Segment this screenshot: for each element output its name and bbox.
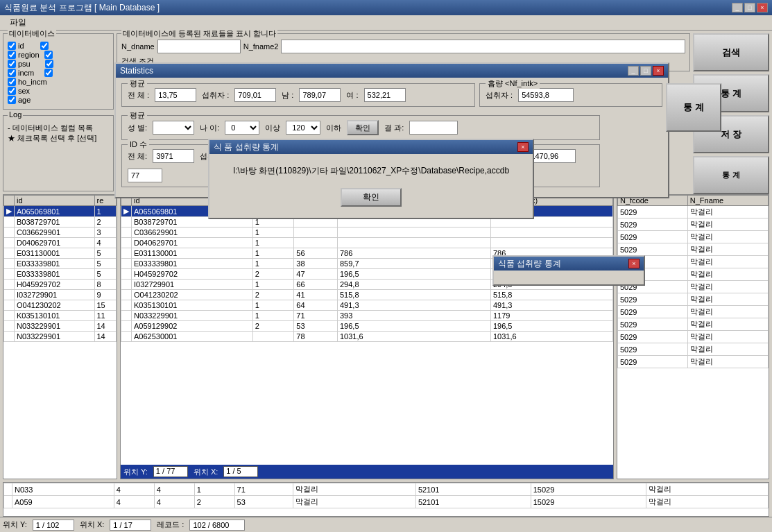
left-table-row[interactable]: O041230202 15 [4,300,117,311]
cb-age-check[interactable] [8,96,16,104]
stats-close-btn[interactable]: × [653,66,664,76]
food-stats-close-btn[interactable]: × [628,259,640,268]
right-table-row[interactable]: 5029 막걸리 [618,293,769,306]
id-consumer-value[interactable] [128,169,162,182]
re-cell: 14 [94,332,117,342]
stats2-button[interactable]: 통 계 [693,156,769,194]
right-table-row[interactable]: 5029 막걸리 [618,306,769,318]
confirm-btn[interactable]: 확인 [347,120,379,135]
age-to-select[interactable]: 120 110 100 [286,121,320,135]
right-table-row[interactable]: 5029 막걸리 [618,231,769,243]
sum-cell: 1179 [490,311,612,321]
id-count-title: ID 수 [128,139,149,150]
alert-path: I:\바탕 화면(110829)\기타 파일\20110627_XP수정\Dat… [221,165,522,177]
left-table-row[interactable]: K035130101 11 [4,311,117,321]
id-cell: D040629701 [15,238,95,248]
alert-ok-btn[interactable]: 확인 [341,188,402,207]
id-cell: N033 [12,483,114,496]
left-table-row[interactable]: E033339801 5 [4,269,117,280]
limit-value[interactable] [527,149,576,163]
main-table-row[interactable]: A062530001 78 1031,6 1031,6 [121,332,613,342]
right-grid[interactable]: N_fcode N_Fname 5029 막걸리 5029 막걸리 5029 막… [617,194,769,479]
left-table-row[interactable]: E031130001 5 [4,248,117,259]
bottom-grid[interactable]: N033 4 4 1 71 막걸리 52101 15029 막걸리 A059 4… [3,482,769,517]
name-cell: 막걸리 [687,268,768,281]
intake-row: 섭취자 : [486,88,656,102]
mean-male-value[interactable] [299,88,341,102]
left-table-row[interactable]: E033339801 5 [4,259,117,269]
avg-cell [338,228,491,238]
age-from-select[interactable]: 0 10 20 30 [225,121,259,135]
left-grid[interactable]: id re ▶ A065069801 1 B038729701 2 C03662… [3,194,117,479]
intake-consumer-value[interactable] [518,88,574,102]
left-table-row[interactable]: C036629901 3 [4,228,117,238]
main-table-row[interactable]: K035130101 1 64 491,3 491,3 [121,300,613,311]
left-table-row[interactable]: N033229901 14 [4,332,117,342]
search-button[interactable]: 검색 [693,33,769,71]
arrow-cell [4,300,15,311]
bottom-table-row[interactable]: N033 4 4 1 71 막걸리 52101 15029 막걸리 [4,483,769,496]
cb-psu-check[interactable] [8,60,16,68]
stats-max-btn[interactable]: □ [640,66,651,76]
main-grid-scroll[interactable]: id sex age Average(Nf_intk) Sum(Nf_intk)… [121,195,613,465]
sex-cell: 1 [252,311,294,321]
alert-title-bar: 식 품 섭취량 통계 × [209,140,533,154]
cb-region-check[interactable] [8,51,16,59]
right-table-row[interactable]: 5029 막걸리 [618,318,769,331]
stats-min-btn[interactable]: _ [628,66,639,76]
age-from-suffix: 이상 [265,123,280,133]
left-table-row[interactable]: I032729901 9 [4,290,117,300]
maximize-btn[interactable]: □ [744,3,755,12]
ndname-input[interactable] [157,40,241,53]
minimize-btn[interactable]: _ [732,3,743,12]
mean-female-value[interactable] [364,88,406,102]
cb-sex-check[interactable] [8,87,16,95]
main-table-row[interactable]: D040629701 1 [121,238,613,248]
right-table-row[interactable]: 5029 막걸리 [618,343,769,356]
age-to-suffix: 이하 [326,123,341,133]
arrow-cell [4,248,15,259]
left-table-row[interactable]: H045929702 8 [4,280,117,290]
right-tbody: 5029 막걸리 5029 막걸리 5029 막걸리 5029 막걸리 5029… [618,206,769,368]
cb-psu2-check[interactable] [45,60,53,68]
main-table-row[interactable]: O041230202 2 41 515,8 515,8 [121,290,613,300]
arrow-cell [4,259,15,269]
mean-total-value[interactable] [155,88,196,102]
close-btn[interactable]: × [757,3,768,12]
main-table-row[interactable]: A059129902 2 53 196,5 196,5 [121,321,613,332]
id-cell: I032729901 [15,290,95,300]
nfname-input[interactable] [281,40,685,53]
name-cell: 막걸리 [687,306,768,318]
right-table-row[interactable]: 5029 막걸리 [618,218,769,231]
cb-hoincm-check[interactable] [8,78,16,86]
cb-region2-check[interactable] [44,51,53,59]
main-table-row[interactable]: N033229901 1 71 393 1179 [121,311,613,321]
right-table-row[interactable]: 5029 막걸리 [618,206,769,218]
arrow-cell [121,311,132,321]
sex-select[interactable]: 남 여 [153,121,194,135]
re-cell: 9 [94,290,117,300]
cb-incm-check[interactable] [8,69,16,77]
id-cell: O041230202 [15,300,95,311]
id-cell: E031130001 [132,248,253,259]
id-total-value[interactable] [153,149,194,163]
bottom-table-row[interactable]: A059 4 4 2 53 막걸리 52101 15029 막걸리 [4,496,769,508]
right-table-row[interactable]: 5029 막걸리 [618,243,769,256]
cb-incm2-check[interactable] [44,69,53,77]
cb-id-check[interactable] [8,42,16,50]
mean-consumer-value[interactable] [234,88,276,102]
left-table-row[interactable]: D040629701 4 [4,238,117,248]
main-table-row[interactable]: C036629901 1 [121,228,613,238]
re-cell: 8 [94,280,117,290]
result-value[interactable] [409,121,458,135]
extra-cell: 15029 [531,483,646,496]
menu-file[interactable]: 파일 [4,15,32,30]
left-table-row[interactable]: N033229901 14 [4,321,117,332]
left-table-row[interactable]: B038729701 2 [4,217,117,228]
cb-id2-check[interactable] [40,42,49,50]
stats-calc-btn[interactable]: 통 계 [666,83,721,132]
right-table-row[interactable]: 5029 막걸리 [618,331,769,343]
alert-close-btn[interactable]: × [517,142,529,152]
left-table-row[interactable]: ▶ A065069801 1 [4,206,117,217]
right-table-row[interactable]: 5029 막걸리 [618,356,769,368]
